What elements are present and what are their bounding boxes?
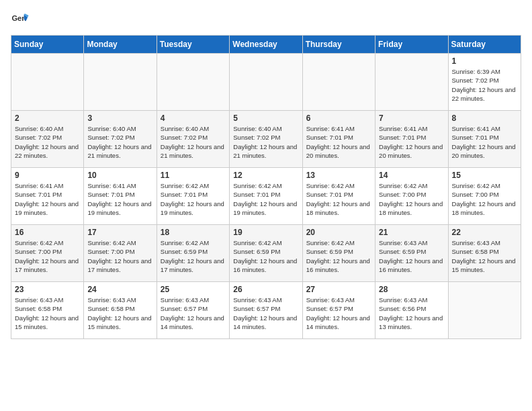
sunrise-text: Sunrise: 6:42 AM (87, 238, 152, 247)
sunset-text: Sunset: 7:02 PM (233, 133, 298, 142)
calendar-day-cell: 12Sunrise: 6:42 AMSunset: 7:01 PMDayligh… (230, 168, 302, 225)
sunrise-text: Sunrise: 6:43 AM (379, 238, 444, 247)
daylight-text: Daylight: 12 hours and 15 minutes. (452, 257, 517, 275)
calendar-day-cell: 24Sunrise: 6:43 AMSunset: 6:58 PMDayligh… (84, 282, 157, 339)
calendar-day-cell: 20Sunrise: 6:42 AMSunset: 6:59 PMDayligh… (302, 225, 375, 282)
calendar-day-cell (230, 54, 302, 111)
daylight-text: Daylight: 12 hours and 14 minutes. (161, 314, 226, 332)
calendar-day-header: Saturday (448, 36, 521, 54)
day-number: 8 (452, 113, 517, 123)
daylight-text: Daylight: 12 hours and 19 minutes. (233, 199, 298, 218)
calendar-day-header: Sunday (11, 36, 84, 54)
daylight-text: Daylight: 12 hours and 15 minutes. (87, 314, 152, 332)
day-info: Sunrise: 6:42 AMSunset: 6:59 PMDaylight:… (233, 238, 298, 274)
day-info: Sunrise: 6:43 AMSunset: 6:59 PMDaylight:… (379, 238, 444, 274)
sunset-text: Sunset: 6:58 PM (452, 247, 517, 256)
day-number: 16 (15, 228, 80, 237)
sunrise-text: Sunrise: 6:42 AM (379, 181, 444, 190)
day-number: 13 (306, 171, 371, 180)
sunrise-text: Sunrise: 6:42 AM (161, 238, 226, 247)
calendar-day-cell (375, 54, 448, 111)
calendar-day-cell: 2Sunrise: 6:40 AMSunset: 7:02 PMDaylight… (11, 111, 84, 168)
day-info: Sunrise: 6:43 AMSunset: 6:58 PMDaylight:… (87, 295, 152, 331)
sunrise-text: Sunrise: 6:41 AM (15, 181, 80, 190)
daylight-text: Daylight: 12 hours and 22 minutes. (15, 142, 80, 161)
logo: Gen (11, 11, 32, 30)
calendar-day-cell: 16Sunrise: 6:42 AMSunset: 7:00 PMDayligh… (11, 225, 84, 282)
day-info: Sunrise: 6:41 AMSunset: 7:01 PMDaylight:… (452, 124, 517, 160)
calendar-day-cell (11, 54, 84, 111)
day-info: Sunrise: 6:43 AMSunset: 6:57 PMDaylight:… (233, 295, 298, 331)
calendar-week-row: 1Sunrise: 6:39 AMSunset: 7:02 PMDaylight… (11, 54, 521, 111)
sunset-text: Sunset: 6:57 PM (161, 304, 226, 313)
sunrise-text: Sunrise: 6:40 AM (87, 124, 152, 133)
calendar-day-cell (302, 54, 375, 111)
day-info: Sunrise: 6:43 AMSunset: 6:58 PMDaylight:… (452, 238, 517, 274)
calendar-day-cell: 3Sunrise: 6:40 AMSunset: 7:02 PMDaylight… (84, 111, 157, 168)
sunrise-text: Sunrise: 6:42 AM (306, 238, 371, 247)
daylight-text: Daylight: 12 hours and 13 minutes. (379, 314, 444, 332)
daylight-text: Daylight: 12 hours and 21 minutes. (161, 142, 226, 161)
day-number: 1 (452, 56, 517, 66)
day-number: 28 (379, 285, 444, 294)
calendar-day-cell (157, 54, 229, 111)
sunrise-text: Sunrise: 6:41 AM (452, 124, 517, 133)
sunset-text: Sunset: 7:01 PM (379, 133, 444, 142)
calendar-day-cell: 21Sunrise: 6:43 AMSunset: 6:59 PMDayligh… (375, 225, 448, 282)
calendar-day-cell: 23Sunrise: 6:43 AMSunset: 6:58 PMDayligh… (11, 282, 84, 339)
day-info: Sunrise: 6:42 AMSunset: 6:59 PMDaylight:… (161, 238, 226, 274)
day-info: Sunrise: 6:40 AMSunset: 7:02 PMDaylight:… (233, 124, 298, 160)
daylight-text: Daylight: 12 hours and 21 minutes. (87, 142, 152, 161)
calendar-day-cell: 9Sunrise: 6:41 AMSunset: 7:01 PMDaylight… (11, 168, 84, 225)
calendar-day-cell: 1Sunrise: 6:39 AMSunset: 7:02 PMDaylight… (448, 54, 521, 111)
sunset-text: Sunset: 6:57 PM (306, 304, 371, 313)
day-number: 12 (233, 171, 298, 180)
calendar-day-header: Monday (84, 36, 157, 54)
daylight-text: Daylight: 12 hours and 20 minutes. (379, 142, 444, 161)
sunset-text: Sunset: 7:01 PM (452, 133, 517, 142)
daylight-text: Daylight: 12 hours and 20 minutes. (306, 142, 371, 161)
day-number: 21 (379, 228, 444, 237)
sunrise-text: Sunrise: 6:43 AM (379, 295, 444, 304)
sunset-text: Sunset: 7:00 PM (379, 190, 444, 199)
day-info: Sunrise: 6:42 AMSunset: 7:00 PMDaylight:… (452, 181, 517, 217)
logo-icon: Gen (11, 11, 30, 30)
calendar-day-cell: 13Sunrise: 6:42 AMSunset: 7:01 PMDayligh… (302, 168, 375, 225)
calendar-week-row: 2Sunrise: 6:40 AMSunset: 7:02 PMDaylight… (11, 111, 521, 168)
sunset-text: Sunset: 7:01 PM (161, 190, 226, 199)
daylight-text: Daylight: 12 hours and 17 minutes. (87, 257, 152, 275)
day-info: Sunrise: 6:43 AMSunset: 6:57 PMDaylight:… (306, 295, 371, 331)
day-number: 14 (379, 171, 444, 180)
day-number: 27 (306, 285, 371, 294)
day-number: 18 (161, 228, 226, 237)
sunset-text: Sunset: 7:00 PM (87, 247, 152, 256)
daylight-text: Daylight: 12 hours and 14 minutes. (306, 314, 371, 332)
calendar-day-cell (84, 54, 157, 111)
sunrise-text: Sunrise: 6:40 AM (233, 124, 298, 133)
day-number: 15 (452, 171, 517, 180)
sunset-text: Sunset: 7:01 PM (87, 190, 152, 199)
day-info: Sunrise: 6:42 AMSunset: 7:00 PMDaylight:… (87, 238, 152, 274)
calendar-week-row: 23Sunrise: 6:43 AMSunset: 6:58 PMDayligh… (11, 282, 521, 339)
calendar-day-cell (448, 282, 521, 339)
sunset-text: Sunset: 7:01 PM (306, 133, 371, 142)
sunset-text: Sunset: 7:02 PM (87, 133, 152, 142)
sunset-text: Sunset: 6:59 PM (379, 247, 444, 256)
daylight-text: Daylight: 12 hours and 16 minutes. (306, 257, 371, 275)
daylight-text: Daylight: 12 hours and 16 minutes. (379, 257, 444, 275)
sunset-text: Sunset: 7:02 PM (161, 133, 226, 142)
day-info: Sunrise: 6:43 AMSunset: 6:57 PMDaylight:… (161, 295, 226, 331)
day-number: 24 (87, 285, 152, 294)
calendar-day-cell: 26Sunrise: 6:43 AMSunset: 6:57 PMDayligh… (230, 282, 302, 339)
calendar-day-cell: 5Sunrise: 6:40 AMSunset: 7:02 PMDaylight… (230, 111, 302, 168)
calendar-day-cell: 27Sunrise: 6:43 AMSunset: 6:57 PMDayligh… (302, 282, 375, 339)
calendar-week-row: 16Sunrise: 6:42 AMSunset: 7:00 PMDayligh… (11, 225, 521, 282)
sunset-text: Sunset: 7:01 PM (15, 190, 80, 199)
daylight-text: Daylight: 12 hours and 15 minutes. (15, 314, 80, 332)
day-number: 4 (161, 113, 226, 123)
sunrise-text: Sunrise: 6:43 AM (233, 295, 298, 304)
daylight-text: Daylight: 12 hours and 21 minutes. (233, 142, 298, 161)
day-info: Sunrise: 6:41 AMSunset: 7:01 PMDaylight:… (379, 124, 444, 160)
sunrise-text: Sunrise: 6:43 AM (452, 238, 517, 247)
calendar-day-header: Friday (375, 36, 448, 54)
